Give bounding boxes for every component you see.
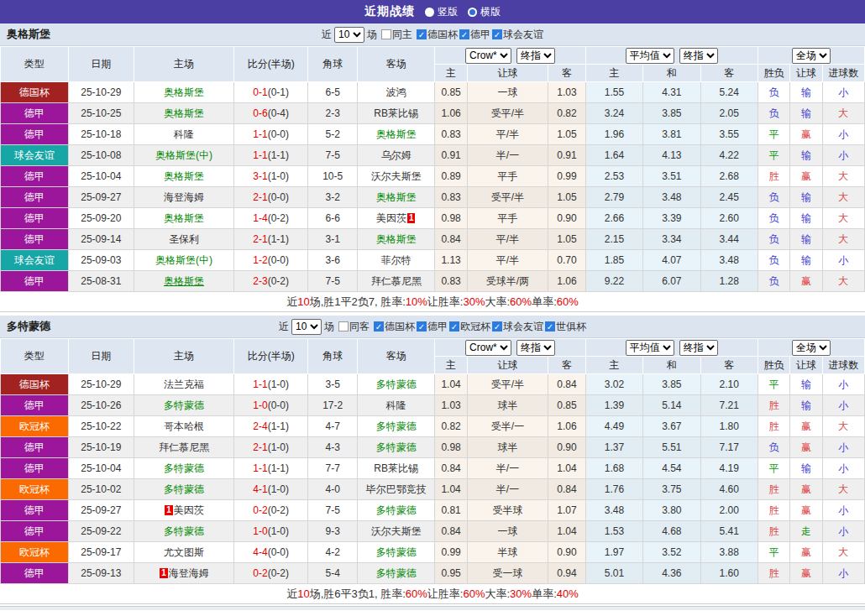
checkbox-icon[interactable]: ✓: [417, 321, 427, 331]
odds-home: 1.04: [435, 374, 467, 395]
recent-count-select[interactable]: 10: [291, 319, 322, 335]
odds-home: 0.82: [435, 416, 467, 437]
match-date: 25-10-18: [68, 124, 134, 145]
checkbox-icon[interactable]: ✓: [374, 321, 384, 331]
near-label: 近: [322, 28, 332, 42]
result-handicap: 输: [790, 103, 822, 124]
odds-away: 0.94: [548, 563, 585, 584]
result-goals: 小: [822, 250, 864, 271]
league-filter-球会友谊[interactable]: ✓球会友谊: [492, 28, 543, 42]
team-name[interactable]: 奥格斯堡: [164, 275, 204, 287]
score: 4-1(1-0): [233, 479, 308, 500]
league-filter-德国杯[interactable]: ✓德国杯: [417, 28, 458, 42]
checkbox-icon[interactable]: ✓: [417, 29, 427, 39]
match-row: 德甲25-09-131海登海姆0-2(0-2)5-4多特蒙德0.95受一球0.9…: [1, 563, 865, 584]
match-date: 25-10-04: [68, 458, 134, 479]
team-name[interactable]: 多特蒙德: [376, 546, 417, 558]
odds-company-select[interactable]: Crow*: [465, 340, 511, 356]
odds-home: 0.84: [435, 458, 467, 479]
avg-stage-select[interactable]: 终指: [679, 340, 718, 356]
team-name[interactable]: 奥格斯堡: [164, 107, 204, 119]
team-name[interactable]: 奥格斯堡: [164, 86, 204, 98]
checkbox-icon[interactable]: [381, 29, 391, 39]
team-name[interactable]: 多特蒙德: [164, 399, 204, 411]
avg-away: 3.48: [700, 250, 758, 271]
away-team: 毕尔巴鄂竞技: [357, 479, 435, 500]
odds-company-select[interactable]: Crow*: [465, 48, 511, 64]
home-team: 奥格斯堡: [134, 82, 234, 103]
checkbox-icon[interactable]: ✓: [449, 321, 459, 331]
team-name[interactable]: 奥格斯堡: [376, 128, 417, 140]
avg-company-select[interactable]: 平均值: [626, 340, 674, 356]
same-venue-filter[interactable]: 同客: [338, 320, 370, 334]
league-badge: 德国杯: [1, 82, 69, 103]
odds-home: 0.84: [435, 521, 467, 542]
away-team: 多特蒙德: [357, 437, 435, 458]
odds-group-header: Crow*终指: [435, 339, 585, 357]
checkbox-icon[interactable]: ✓: [492, 321, 502, 331]
odds-home: 0.83: [435, 124, 467, 145]
team-name[interactable]: 多特蒙德: [164, 462, 204, 474]
result-goals: 大: [822, 271, 864, 292]
avg-home: 1.39: [585, 395, 642, 416]
checkbox-icon[interactable]: ✓: [545, 321, 555, 331]
team-name: 科隆: [386, 399, 406, 411]
odds-away: 1.05: [548, 229, 585, 250]
result-goals: 大: [822, 187, 864, 208]
result-winlose: 平: [758, 124, 790, 145]
team-name[interactable]: 奥格斯堡: [164, 212, 204, 224]
league-filter-球会友谊[interactable]: ✓球会友谊: [492, 320, 543, 334]
result-winlose: 负: [758, 82, 790, 103]
team-name[interactable]: 奥格斯堡(中): [155, 149, 212, 161]
league-filter-世俱杯[interactable]: ✓世俱杯: [545, 320, 586, 334]
radio-label: 竖版: [438, 5, 458, 19]
avg-company-select[interactable]: 平均值: [626, 48, 674, 64]
team-name[interactable]: 多特蒙德: [376, 441, 417, 453]
odds-away: 0.91: [548, 145, 585, 166]
league-filter-label: 球会友谊: [503, 28, 543, 42]
team-name[interactable]: 多特蒙德: [164, 525, 204, 537]
league-filter-label: 球会友谊: [503, 320, 543, 334]
col-winlose: 胜负: [758, 65, 790, 82]
team-name[interactable]: 多特蒙德: [164, 483, 204, 495]
radio-icon[interactable]: [468, 8, 477, 17]
team-name[interactable]: 奥格斯堡: [164, 170, 204, 182]
team-name[interactable]: 奥格斯堡: [376, 233, 417, 245]
scope-select[interactable]: 全场: [792, 48, 831, 64]
odds-stage-select[interactable]: 终指: [516, 340, 555, 356]
league-filter-label: 欧冠杯: [460, 320, 490, 334]
league-filter-德国杯[interactable]: ✓德国杯: [374, 320, 415, 334]
odds-stage-select[interactable]: 终指: [516, 48, 555, 64]
filter-bar: 多特蒙德 近 10 场 同客 ✓德国杯✓德甲✓欧冠杯✓球会友谊✓世俱杯: [0, 316, 865, 338]
league-filter-德甲[interactable]: ✓德甲: [417, 320, 448, 334]
odds-home: 0.84: [435, 229, 467, 250]
recent-count-select[interactable]: 10: [334, 27, 364, 43]
avg-home: 2.15: [585, 229, 642, 250]
scope-select[interactable]: 全场: [792, 340, 831, 356]
league-filter-欧冠杯[interactable]: ✓欧冠杯: [449, 320, 490, 334]
layout-radio-vertical[interactable]: 竖版: [425, 5, 458, 19]
league-filter-德甲[interactable]: ✓德甲: [459, 28, 490, 42]
team-name[interactable]: 奥格斯堡(中): [155, 254, 212, 266]
checkbox-icon[interactable]: ✓: [459, 29, 469, 39]
team-name[interactable]: 奥格斯堡: [376, 191, 417, 203]
league-badge: 欧冠杯: [1, 416, 69, 437]
checkbox-icon[interactable]: ✓: [492, 29, 502, 39]
checkbox-icon[interactable]: [338, 321, 349, 331]
same-venue-filter[interactable]: 同主: [381, 28, 412, 42]
layout-radio-horizontal[interactable]: 横版: [468, 5, 501, 19]
handicap: 受一球: [467, 563, 548, 584]
avg-away: 4.60: [700, 479, 758, 500]
result-winlose: 负: [758, 437, 790, 458]
avg-draw: 6.07: [643, 271, 700, 292]
col-avg-home: 主: [585, 357, 642, 374]
match-date: 25-09-14: [68, 229, 134, 250]
team-name[interactable]: 多特蒙德: [376, 420, 417, 432]
away-team: 美因茨1: [357, 208, 435, 229]
avg-stage-select[interactable]: 终指: [679, 48, 718, 64]
radio-icon[interactable]: [425, 8, 434, 17]
team-name[interactable]: 多特蒙德: [376, 378, 417, 390]
team-name[interactable]: 多特蒙德: [376, 567, 417, 579]
team-name[interactable]: 多特蒙德: [376, 504, 417, 516]
result-goals: 大: [822, 542, 864, 563]
